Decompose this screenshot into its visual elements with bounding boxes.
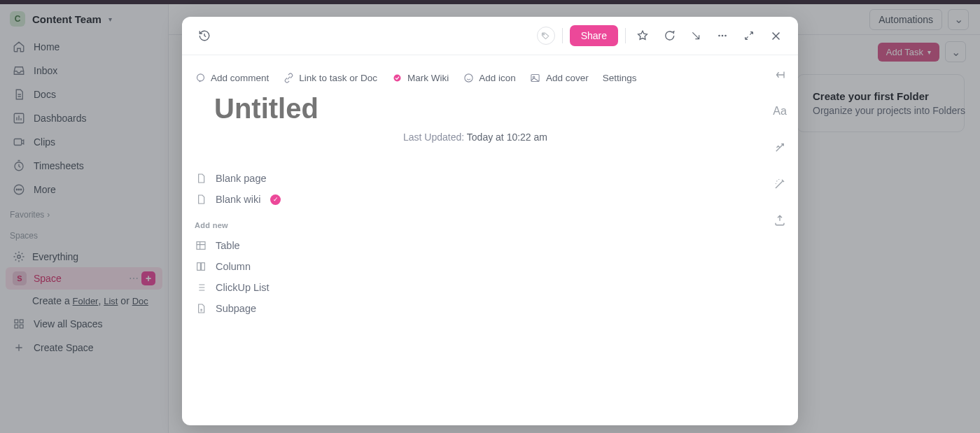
wiki-check-icon: ✓ bbox=[270, 194, 281, 205]
svg-rect-23 bbox=[202, 263, 205, 271]
history-icon[interactable] bbox=[195, 26, 214, 45]
svg-point-14 bbox=[722, 35, 724, 37]
action-add-icon[interactable]: Add icon bbox=[463, 72, 516, 83]
addnew-label: ClickUp List bbox=[216, 282, 270, 293]
image-icon bbox=[530, 72, 541, 83]
divider bbox=[625, 28, 626, 43]
comment-icon bbox=[195, 72, 206, 83]
addnew-label: Subpage bbox=[216, 303, 256, 314]
tag-button[interactable] bbox=[537, 27, 555, 45]
doc-right-rail: Aa bbox=[762, 55, 798, 425]
template-label: Blank wiki bbox=[216, 194, 260, 205]
addnew-column[interactable]: Column bbox=[195, 256, 735, 277]
subpage-icon bbox=[195, 302, 207, 315]
addnew-subpage[interactable]: Subpage bbox=[195, 298, 735, 319]
close-icon[interactable] bbox=[766, 26, 785, 45]
action-settings[interactable]: Settings bbox=[603, 73, 637, 83]
doc-modal: Share Add comment Link to task or Doc bbox=[182, 17, 798, 425]
doc-content: Add comment Link to task or Doc Mark Wik… bbox=[182, 55, 762, 425]
download-icon[interactable] bbox=[686, 26, 706, 45]
divider bbox=[562, 28, 563, 43]
svg-point-17 bbox=[393, 74, 400, 81]
action-label: Mark Wiki bbox=[407, 73, 449, 83]
action-add-comment[interactable]: Add comment bbox=[195, 72, 269, 83]
comment-icon[interactable] bbox=[659, 26, 679, 45]
column-icon bbox=[195, 260, 207, 273]
action-label: Settings bbox=[603, 73, 637, 83]
share-button[interactable]: Share bbox=[570, 25, 618, 46]
list-icon bbox=[195, 281, 207, 294]
table-icon bbox=[195, 239, 207, 252]
svg-point-12 bbox=[543, 34, 545, 35]
add-new-heading: Add new bbox=[195, 210, 735, 235]
modal-toolbar: Share bbox=[182, 17, 798, 55]
svg-rect-22 bbox=[197, 263, 201, 271]
action-label: Link to task or Doc bbox=[299, 73, 377, 83]
action-link-task[interactable]: Link to task or Doc bbox=[283, 72, 377, 83]
updated-value: Today at 10:22 am bbox=[467, 132, 547, 143]
action-label: Add cover bbox=[546, 73, 589, 83]
action-add-cover[interactable]: Add cover bbox=[530, 72, 589, 83]
page-icon bbox=[195, 172, 207, 185]
rail-wand-icon[interactable] bbox=[770, 174, 790, 194]
last-updated: Last Updated: Today at 10:22 am bbox=[216, 132, 735, 143]
addnew-table[interactable]: Table bbox=[195, 235, 735, 256]
svg-point-15 bbox=[724, 35, 727, 37]
more-horizontal-icon[interactable] bbox=[713, 26, 732, 45]
smile-icon bbox=[463, 72, 474, 83]
expand-icon[interactable] bbox=[739, 26, 759, 45]
svg-rect-21 bbox=[197, 242, 205, 250]
svg-point-13 bbox=[718, 35, 720, 37]
link-icon bbox=[283, 72, 294, 83]
template-blank-page[interactable]: Blank page bbox=[195, 168, 735, 189]
action-label: Add icon bbox=[479, 73, 516, 83]
doc-action-bar: Add comment Link to task or Doc Mark Wik… bbox=[195, 72, 735, 83]
modal-overlay[interactable]: Share Add comment Link to task or Doc bbox=[0, 0, 980, 433]
rail-indent-icon[interactable] bbox=[770, 65, 790, 85]
svg-point-16 bbox=[197, 73, 204, 80]
action-mark-wiki[interactable]: Mark Wiki bbox=[391, 72, 449, 83]
rail-ai-icon[interactable] bbox=[770, 138, 790, 157]
template-blank-wiki[interactable]: Blank wiki ✓ bbox=[195, 189, 735, 210]
addnew-label: Column bbox=[216, 261, 251, 272]
wiki-badge-icon bbox=[391, 72, 402, 83]
star-icon[interactable] bbox=[633, 26, 652, 45]
action-label: Add comment bbox=[211, 73, 269, 83]
updated-label: Last Updated: bbox=[403, 132, 464, 143]
rail-export-icon[interactable] bbox=[770, 211, 790, 230]
svg-point-18 bbox=[465, 73, 472, 81]
page-icon bbox=[195, 193, 207, 206]
addnew-clickup-list[interactable]: ClickUp List bbox=[195, 277, 735, 298]
doc-title-input[interactable] bbox=[214, 93, 734, 125]
addnew-label: Table bbox=[216, 240, 240, 251]
template-label: Blank page bbox=[216, 173, 267, 184]
rail-text-icon[interactable]: Aa bbox=[770, 101, 790, 121]
